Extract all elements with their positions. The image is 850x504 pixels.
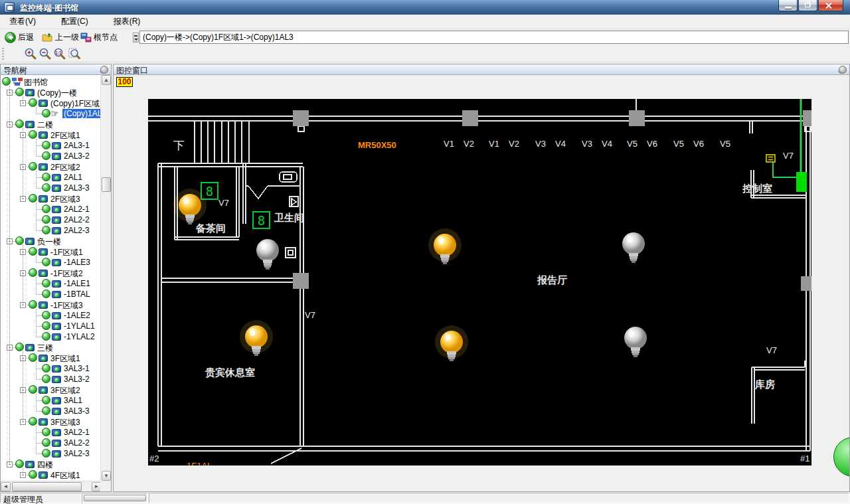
back-button[interactable]: 后退	[3, 31, 36, 44]
tree-item-label[interactable]: -1BTAL	[62, 290, 92, 299]
tree-item-图书馆[interactable]: 图书馆	[1, 76, 102, 87]
tree-item-label[interactable]: -1ALE3	[62, 258, 92, 267]
tree-item-4F区域1[interactable]: -4F区域1	[1, 469, 102, 480]
tree-item-2AL3-1[interactable]: 2AL3-1	[1, 140, 102, 151]
tree-item-label[interactable]: 4F区域1	[49, 470, 82, 481]
tree-item-二楼[interactable]: -二楼	[1, 119, 102, 129]
tree-item-label[interactable]: 3AL3-1	[62, 364, 91, 373]
tree-item-label[interactable]: 3AL1	[62, 396, 84, 405]
tree-item--1YLAL2[interactable]: -1YLAL2	[1, 331, 102, 342]
minimize-button[interactable]	[778, 0, 798, 11]
tree-item--1ALE1[interactable]: -1ALE1	[1, 278, 102, 289]
tree-item--1YLAL1[interactable]: -1YLAL1	[1, 321, 102, 331]
zoom-in-button[interactable]	[24, 47, 37, 60]
tree-item-2AL3-3[interactable]: 2AL3-3	[1, 183, 102, 193]
tree-item-label[interactable]: -1ALE2	[62, 311, 92, 320]
tree-item-label[interactable]: 2AL1	[62, 173, 84, 182]
tree-item-label[interactable]: 3AL3-2	[62, 375, 91, 384]
up-level-button[interactable]: 上一级	[40, 31, 81, 44]
tree-item--1F区域3[interactable]: --1F区域3	[1, 299, 102, 310]
tree-item-label[interactable]: 3AL3-3	[62, 406, 91, 416]
menu-item-0[interactable]: 查看(V)	[5, 14, 45, 29]
tree-item-2F区域2[interactable]: -2F区域2	[1, 161, 102, 172]
horizontal-scroll-thumb[interactable]	[12, 482, 82, 491]
tree-item-label[interactable]: -1ALE1	[62, 279, 92, 288]
tree-item-3AL3-1[interactable]: 3AL3-1	[1, 363, 102, 374]
tree-item--1ALE2[interactable]: -1ALE2	[1, 310, 102, 321]
tree-item--1F区域2[interactable]: --1F区域2	[1, 268, 102, 278]
light-bulb-off[interactable]	[256, 239, 279, 270]
zoom-actual-button[interactable]: 1:1	[53, 47, 66, 60]
tree-item-label[interactable]: 2AL2-2	[62, 215, 91, 224]
menu-item-2[interactable]: 报表(R)	[110, 14, 150, 29]
tree-item-(Copy)1AL3[interactable]: ☞(Copy)1AL3	[1, 108, 102, 119]
tree-item-2F区域3[interactable]: -2F区域3	[1, 193, 102, 204]
light-bulb-on[interactable]	[173, 189, 207, 224]
restore-button[interactable]	[798, 0, 817, 11]
vertical-scroll-thumb[interactable]	[102, 177, 111, 192]
tree-item-label[interactable]: 3AL2-1	[62, 428, 91, 437]
scroll-down-button[interactable]: ▼	[102, 471, 111, 481]
tree-item-label[interactable]: 2AL2-1	[62, 205, 91, 214]
plan-label-V1: V1	[444, 139, 454, 149]
tree-item-label[interactable]: 2AL3-1	[62, 141, 91, 150]
magnifier-pin-icon[interactable]	[100, 66, 108, 74]
tree-item-3AL1[interactable]: 3AL1	[1, 395, 102, 406]
zoom-fit-button[interactable]	[68, 47, 81, 60]
scroll-up-button[interactable]: ▲	[102, 75, 111, 85]
tree-item-2F区域1[interactable]: -2F区域1	[1, 129, 102, 140]
tree-item-2AL1[interactable]: 2AL1	[1, 172, 102, 183]
tree-item-3F区域3[interactable]: -3F区域3	[1, 416, 102, 427]
tree-item-2AL2-1[interactable]: 2AL2-1	[1, 204, 102, 214]
tree-item-(Copy)一楼[interactable]: -(Copy)一楼	[1, 87, 102, 98]
tree-item-label[interactable]: 2AL2-3	[62, 226, 91, 235]
tree-item-3AL3-3[interactable]: 3AL3-3	[1, 406, 102, 416]
tree-item--1ALE3[interactable]: -1ALE3	[1, 257, 102, 268]
app-icon	[4, 2, 15, 13]
tree-item-3AL2-3[interactable]: 3AL2-3	[1, 448, 102, 459]
status-orb[interactable]	[833, 437, 850, 477]
tree-vertical-scrollbar[interactable]: ▲ ▼	[100, 75, 111, 481]
menu-item-1[interactable]: 配置(C)	[57, 14, 98, 29]
floor-plan-canvas[interactable]: 下MR50X50V1V2V1V2V3V4V3V4V5V6V5V6V5V7控制室V…	[148, 99, 811, 465]
tree-item-2AL2-2[interactable]: 2AL2-2	[1, 214, 102, 225]
tree-item-3AL3-2[interactable]: 3AL3-2	[1, 374, 102, 384]
tree-horizontal-scrollbar[interactable]: ◄ ►	[1, 481, 102, 491]
tree-item--1F区域1[interactable]: --1F区域1	[1, 246, 102, 257]
tree-item-label[interactable]: (Copy)1AL3	[62, 109, 102, 118]
light-bulb-on[interactable]	[240, 320, 273, 356]
tree-item-label[interactable]: 3AL2-3	[62, 449, 91, 458]
control-box[interactable]	[796, 172, 807, 192]
tree-item-三楼[interactable]: -三楼	[1, 342, 102, 353]
tree-item-2AL3-2[interactable]: 2AL3-2	[1, 151, 102, 161]
tree-item--1BTAL[interactable]: -1BTAL	[1, 289, 102, 299]
light-bulb-off[interactable]	[624, 327, 647, 357]
tree-item-3AL2-2[interactable]: 3AL2-2	[1, 438, 102, 448]
address-input[interactable]	[139, 31, 849, 44]
close-button[interactable]	[818, 0, 843, 11]
tree-item-3F区域1[interactable]: -3F区域1	[1, 353, 102, 363]
tree-item-3AL2-1[interactable]: 3AL2-1	[1, 427, 102, 438]
tree-item-label[interactable]: 2AL3-3	[62, 183, 91, 193]
tree-item-label[interactable]: 2AL3-2	[62, 151, 91, 161]
light-bulb-off[interactable]	[622, 232, 645, 263]
toolbar-grip[interactable]	[2, 48, 4, 60]
wall-switch-icon[interactable]	[766, 155, 775, 162]
tree-item-2AL2-3[interactable]: 2AL2-3	[1, 225, 102, 236]
tree-item-(Copy)1F区域1[interactable]: -(Copy)1F区域1	[1, 98, 102, 108]
light-bulb-on[interactable]	[428, 228, 462, 264]
tree-item-label[interactable]: 3AL2-2	[62, 438, 91, 448]
tree-item-label[interactable]: -1YLAL2	[62, 332, 96, 341]
tree-item-负一楼[interactable]: -负一楼	[1, 236, 102, 246]
tree-item-四楼[interactable]: -四楼	[1, 459, 102, 469]
sensor-icon[interactable]: 8	[253, 212, 270, 228]
magnifier-pin-icon[interactable]	[839, 66, 847, 74]
root-node-button[interactable]: 根节点	[78, 31, 120, 44]
tree-item-label[interactable]: -1YLAL1	[62, 321, 96, 331]
toolbar-overflow-handle[interactable]	[133, 33, 139, 42]
tree-item-3F区域2[interactable]: -3F区域2	[1, 384, 102, 395]
tree-rail	[36, 309, 37, 337]
zoom-out-button[interactable]	[39, 47, 52, 60]
light-bulb-on[interactable]	[435, 325, 468, 361]
scroll-left-button[interactable]: ◄	[1, 482, 11, 491]
